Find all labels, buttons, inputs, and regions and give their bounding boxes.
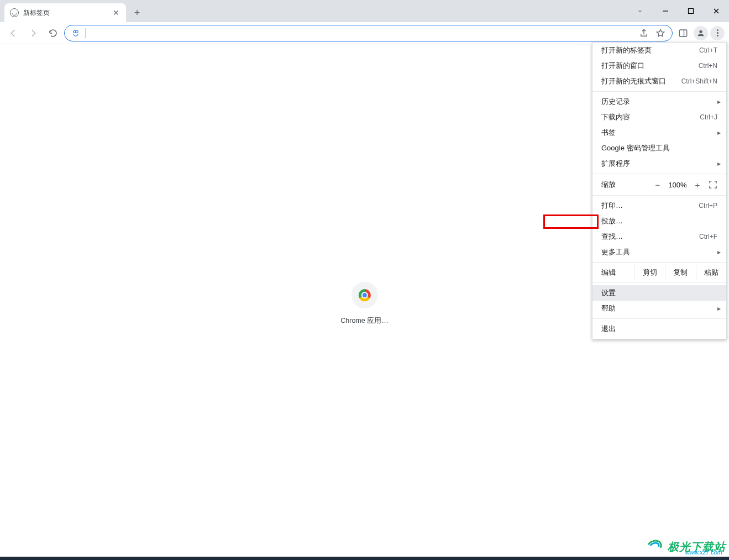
- window-controls: [627, 0, 729, 22]
- menu-shortcut: Ctrl+P: [699, 202, 717, 210]
- cut-button[interactable]: 剪切: [634, 265, 665, 280]
- menu-separator: [592, 195, 726, 196]
- forward-button[interactable]: [24, 24, 42, 42]
- minimize-button[interactable]: [653, 2, 678, 20]
- menu-label: 缩放: [601, 180, 634, 190]
- copy-button[interactable]: 复制: [665, 265, 695, 280]
- menu-zoom: 缩放 − 100% +: [592, 176, 726, 193]
- menu-edit: 编辑 剪切 复制 粘贴: [592, 265, 726, 280]
- svg-point-6: [699, 30, 702, 33]
- menu-separator: [592, 91, 726, 92]
- menu-label: 查找…: [601, 232, 623, 242]
- omnibox[interactable]: [64, 25, 673, 41]
- reload-icon: [48, 28, 58, 38]
- menu-new-window[interactable]: 打开新的窗口 Ctrl+N: [592, 58, 726, 74]
- menu-bookmarks[interactable]: 书签 ▸: [592, 125, 726, 140]
- menu-settings[interactable]: 设置: [592, 285, 726, 301]
- menu-new-tab[interactable]: 打开新的标签页 Ctrl+T: [592, 43, 726, 58]
- menu-label: 打开新的窗口: [601, 61, 644, 71]
- zoom-in-button[interactable]: +: [690, 180, 705, 190]
- chevron-right-icon: ▸: [717, 160, 721, 168]
- chevron-right-icon: ▸: [717, 248, 721, 256]
- minimize-icon: [662, 8, 669, 14]
- browser-tab[interactable]: 新标签页 ✕: [4, 3, 126, 22]
- menu-shortcut: Ctrl+F: [699, 233, 717, 240]
- arrow-right-icon: [28, 28, 38, 38]
- menu-cast[interactable]: 投放…: [592, 213, 726, 229]
- menu-shortcut: Ctrl+T: [699, 46, 717, 54]
- menu-incognito[interactable]: 打开新的无痕式窗口 Ctrl+Shift+N: [592, 74, 726, 89]
- tab-strip: 新标签页 ✕ +: [0, 0, 729, 22]
- text-caret: [86, 28, 86, 38]
- new-tab-button[interactable]: +: [129, 5, 145, 20]
- menu-label: 打开新的标签页: [601, 45, 652, 55]
- menu-label: 投放…: [601, 216, 623, 226]
- menu-label: 打印…: [601, 201, 623, 211]
- menu-shortcut: Ctrl+Shift+N: [681, 77, 717, 85]
- plus-icon: +: [134, 7, 140, 19]
- close-window-button[interactable]: [704, 2, 729, 20]
- menu-print[interactable]: 打印… Ctrl+P: [592, 198, 726, 213]
- menu-shortcut: Ctrl+J: [700, 113, 717, 121]
- close-icon: [713, 8, 720, 14]
- shortcut-tile: [352, 282, 378, 308]
- chrome-menu-button[interactable]: [710, 26, 725, 40]
- zoom-out-button[interactable]: −: [650, 180, 665, 190]
- taskbar: [0, 557, 729, 560]
- shortcut-chrome-apps[interactable]: Chrome 应用…: [340, 282, 388, 326]
- tab-title: 新标签页: [23, 8, 50, 18]
- toolbar: [0, 22, 729, 44]
- chevron-right-icon: ▸: [717, 305, 721, 312]
- chevron-down-icon: [637, 8, 643, 14]
- chrome-icon: [359, 289, 371, 301]
- chevron-right-icon: ▸: [717, 98, 721, 106]
- menu-shortcut: Ctrl+N: [699, 62, 717, 70]
- menu-find[interactable]: 查找… Ctrl+F: [592, 229, 726, 244]
- address-input[interactable]: [92, 29, 633, 38]
- menu-label: 设置: [601, 288, 616, 298]
- menu-help[interactable]: 帮助 ▸: [592, 301, 726, 316]
- svg-rect-1: [689, 9, 694, 14]
- menu-exit[interactable]: 退出: [592, 321, 726, 337]
- arrow-left-icon: [8, 28, 18, 38]
- back-button[interactable]: [4, 24, 22, 42]
- menu-separator: [592, 174, 726, 174]
- menu-label: Google 密码管理工具: [601, 143, 670, 153]
- fullscreen-icon: [709, 181, 717, 189]
- svg-rect-4: [679, 30, 687, 36]
- chevron-right-icon: ▸: [717, 129, 721, 137]
- menu-label: 书签: [601, 128, 616, 138]
- reload-button[interactable]: [44, 24, 62, 42]
- menu-downloads[interactable]: 下载内容 Ctrl+J: [592, 109, 726, 125]
- paste-button[interactable]: 粘贴: [696, 265, 726, 280]
- zoom-value: 100%: [665, 181, 690, 189]
- menu-separator: [592, 262, 726, 263]
- menu-history[interactable]: 历史记录 ▸: [592, 94, 726, 109]
- watermark-logo-icon: [646, 539, 664, 554]
- menu-label: 打开新的无痕式窗口: [601, 76, 666, 86]
- menu-label: 历史记录: [601, 97, 630, 107]
- menu-more-tools[interactable]: 更多工具 ▸: [592, 244, 726, 260]
- profile-button[interactable]: [694, 26, 708, 40]
- tab-search-button[interactable]: [627, 2, 653, 20]
- share-icon[interactable]: [639, 28, 649, 38]
- maximize-icon: [688, 8, 694, 14]
- menu-label: 更多工具: [601, 247, 630, 257]
- watermark-url: www.xz7.com: [685, 549, 722, 556]
- star-icon[interactable]: [655, 28, 665, 38]
- person-icon: [696, 29, 705, 38]
- menu-label: 编辑: [601, 268, 634, 278]
- side-panel-button[interactable]: [675, 25, 691, 41]
- fullscreen-button[interactable]: [705, 181, 721, 189]
- search-engine-icon: [71, 29, 80, 38]
- maximize-button[interactable]: [678, 2, 704, 20]
- globe-icon: [10, 8, 19, 17]
- chrome-main-menu: 打开新的标签页 Ctrl+T 打开新的窗口 Ctrl+N 打开新的无痕式窗口 C…: [592, 42, 727, 339]
- close-tab-icon[interactable]: ✕: [112, 8, 120, 17]
- menu-password-manager[interactable]: Google 密码管理工具: [592, 140, 726, 156]
- menu-extensions[interactable]: 扩展程序 ▸: [592, 156, 726, 171]
- menu-label: 扩展程序: [601, 159, 630, 169]
- menu-label: 退出: [601, 324, 616, 334]
- menu-label: 帮助: [601, 303, 616, 313]
- watermark: 极光下载站 www.xz7.com: [646, 539, 726, 554]
